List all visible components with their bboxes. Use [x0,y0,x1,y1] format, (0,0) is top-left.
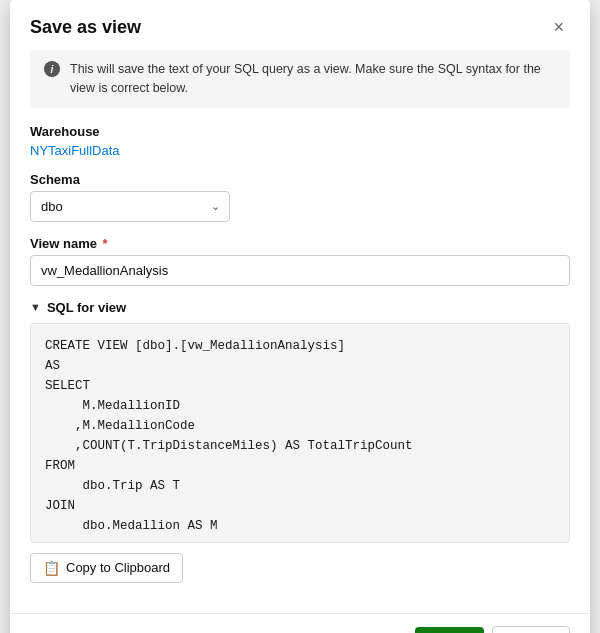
dialog-footer: OK Cancel [10,613,590,634]
sql-section-label: SQL for view [47,300,126,315]
view-name-field-group: View name * [30,236,570,286]
info-icon [44,61,60,77]
info-banner-text: This will save the text of your SQL quer… [70,60,556,98]
copy-to-clipboard-button[interactable]: 📋 Copy to Clipboard [30,553,183,583]
clipboard-button-label: Copy to Clipboard [66,560,170,575]
dialog-header: Save as view × [10,0,590,50]
warehouse-label: Warehouse [30,124,570,139]
schema-select-wrapper: dbo ⌄ [30,191,230,222]
schema-label: Schema [30,172,570,187]
warehouse-field-group: Warehouse NYTaxiFullData [30,124,570,158]
schema-select[interactable]: dbo [30,191,230,222]
ok-button[interactable]: OK [415,627,484,634]
close-button[interactable]: × [547,16,570,38]
dialog-title: Save as view [30,17,141,38]
cancel-button[interactable]: Cancel [492,626,570,634]
dialog-body: This will save the text of your SQL quer… [10,50,590,613]
sql-code-area: CREATE VIEW [dbo].[vw_MedallionAnalysis]… [30,323,570,543]
chevron-icon: ▼ [30,301,41,313]
view-name-input[interactable] [30,255,570,286]
sql-code-block: CREATE VIEW [dbo].[vw_MedallionAnalysis]… [30,323,570,543]
view-name-label: View name * [30,236,570,251]
sql-section: ▼ SQL for view CREATE VIEW [dbo].[vw_Med… [30,300,570,583]
required-indicator: * [99,236,108,251]
clipboard-icon: 📋 [43,560,60,576]
save-as-view-dialog: Save as view × This will save the text o… [10,0,590,633]
schema-field-group: Schema dbo ⌄ [30,172,570,222]
warehouse-link[interactable]: NYTaxiFullData [30,143,570,158]
info-banner: This will save the text of your SQL quer… [30,50,570,108]
sql-section-toggle[interactable]: ▼ SQL for view [30,300,570,315]
